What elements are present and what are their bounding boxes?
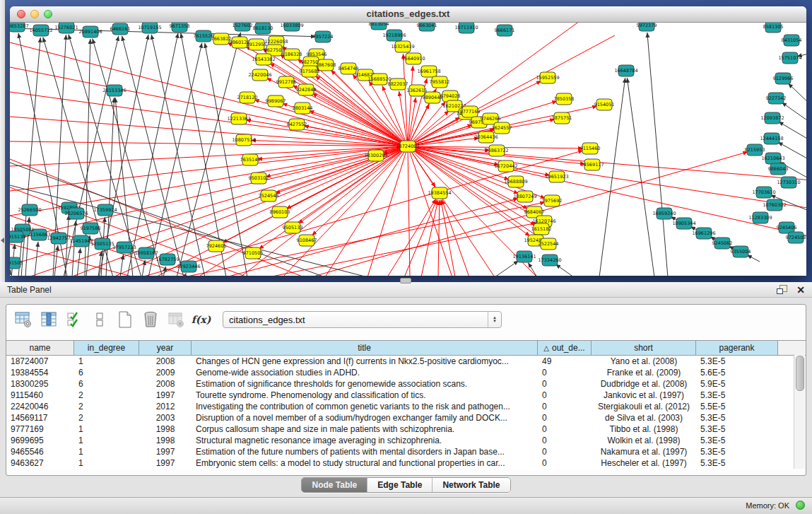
graph-node[interactable]: 9710505 <box>243 247 264 259</box>
graph-node[interactable]: 8813054 <box>369 23 389 30</box>
table-row[interactable]: 1456911722003Disruption of a novel membe… <box>6 412 806 424</box>
graph-node[interactable]: 14569117 <box>580 159 604 170</box>
table-row[interactable]: 2242004622012Investigating the contribut… <box>6 401 806 412</box>
graph-node[interactable]: 9663041 <box>417 23 437 31</box>
collapse-arrow-icon[interactable] <box>1 238 4 243</box>
graph-node[interactable]: 9115460 <box>580 143 601 154</box>
graph-node[interactable]: 17703610 <box>752 187 775 198</box>
graph-node[interactable]: 9197588 <box>81 223 101 234</box>
graph-node[interactable]: 11283309 <box>748 212 772 223</box>
network-window-titlebar[interactable]: citations_edges.txt <box>10 6 806 23</box>
graph-node[interactable]: 9129966 <box>773 73 794 84</box>
graph-node[interactable]: 10688809 <box>504 176 527 187</box>
graph-node[interactable]: 9503102 <box>249 173 269 184</box>
graph-node[interactable]: 18807249 <box>513 191 536 202</box>
table-mode-icon[interactable] <box>13 310 33 329</box>
table-row[interactable]: 1872400712008Changes of HCN gene express… <box>6 356 806 367</box>
graph-node[interactable]: 7615526 <box>194 30 214 42</box>
graph-node[interactable]: 5972379 <box>637 23 657 31</box>
graph-node[interactable]: 16648784 <box>614 65 637 76</box>
float-panel-icon[interactable] <box>777 285 788 295</box>
graph-node[interactable]: 3915139 <box>10 231 25 243</box>
graph-node[interactable]: 12093872 <box>760 112 784 124</box>
graph-node[interactable]: 15751074 <box>778 52 801 64</box>
graph-node[interactable]: 10711910 <box>454 23 478 33</box>
new-column-icon[interactable] <box>115 310 134 329</box>
tab-edge-table[interactable]: Edge Table <box>367 478 433 492</box>
graph-node[interactable]: 16210643 <box>761 153 784 164</box>
graph-node[interactable]: 17334260 <box>538 255 561 266</box>
graph-node[interactable]: 2803144 <box>293 103 313 114</box>
graph-node[interactable]: 12730310 <box>777 177 800 188</box>
minimize-window-icon[interactable] <box>30 10 39 18</box>
graph-node[interactable]: 7955812 <box>430 76 450 88</box>
graph-node[interactable]: 2718120 <box>237 92 258 103</box>
graph-node[interactable]: 1527602 <box>233 23 253 31</box>
graph-node[interactable]: 8581305 <box>763 23 784 33</box>
graph-node[interactable]: 2522544 <box>539 238 559 250</box>
function-builder-icon[interactable]: f(x) <box>192 310 211 329</box>
graph-node[interactable]: 9666171 <box>495 25 515 36</box>
graph-node[interactable]: 3624557 <box>492 122 512 134</box>
graph-node[interactable]: 9777169 <box>460 106 481 117</box>
table-row[interactable]: 946362711997Embryonic stem cells: a mode… <box>6 457 806 469</box>
graph-node[interactable]: 9242848 <box>296 84 317 95</box>
graph-node[interactable]: 9866043 <box>768 163 789 175</box>
column-header-pagerank[interactable]: pagerank <box>696 341 778 355</box>
column-header-out_de[interactable]: △out_de... <box>538 341 592 355</box>
zoom-window-icon[interactable] <box>44 10 52 18</box>
graph-node[interactable]: 8618130 <box>253 23 273 34</box>
table-row[interactable]: 969969511998Structural magnetic resonanc… <box>6 435 806 446</box>
graph-node[interactable]: 9912786 <box>276 76 297 88</box>
graph-node[interactable]: 9108467 <box>297 235 317 246</box>
graph-node[interactable]: 9355004 <box>731 246 751 257</box>
tab-network-table[interactable]: Network Table <box>433 478 510 492</box>
graph-node[interactable]: 6466161 <box>110 23 131 35</box>
graph-node[interactable]: 15276021 <box>54 23 78 33</box>
graph-node[interactable]: 7850358 <box>554 93 575 105</box>
graph-node[interactable]: 9245062 <box>712 238 733 249</box>
graph-node[interactable]: 9671358 <box>170 23 190 32</box>
graph-node[interactable]: 9505133 <box>283 222 303 233</box>
graph-node[interactable]: 7857224 <box>313 31 334 42</box>
table-row[interactable]: 977716911998Corpus callosum shape and si… <box>6 424 806 435</box>
scrollbar-thumb[interactable] <box>796 356 804 391</box>
delete-table-icon[interactable] <box>166 310 185 329</box>
graph-node[interactable]: 1615182 <box>531 223 552 235</box>
graph-node[interactable]: 8427552 <box>287 119 307 130</box>
splitter-grip[interactable] <box>400 278 411 284</box>
graph-node[interactable]: 8960103 <box>270 206 290 218</box>
graph-node[interactable]: 12213363 <box>227 113 250 124</box>
table-row[interactable]: 1938455462009Genome-wide association stu… <box>6 367 806 378</box>
row-height-icon[interactable] <box>90 310 109 329</box>
column-header-in_degree[interactable]: in_degree <box>74 341 139 355</box>
close-panel-icon[interactable]: ✕ <box>796 285 805 295</box>
graph-node[interactable]: 16961758 <box>417 66 440 77</box>
graph-node[interactable]: 8215953 <box>745 144 765 156</box>
graph-node[interactable]: 9154051 <box>594 99 615 110</box>
graph-node[interactable]: 19136141 <box>512 251 536 262</box>
graph-node[interactable]: 10325419 <box>391 41 414 52</box>
graph-node[interactable]: 8822037 <box>388 78 408 90</box>
graph-node[interactable]: 19651923 <box>545 171 568 182</box>
column-header-year[interactable]: year <box>139 341 192 355</box>
graph-node[interactable]: 14055712 <box>29 25 52 36</box>
graph-node[interactable]: 20891406 <box>78 26 102 37</box>
show-columns-icon[interactable] <box>39 310 58 329</box>
graph-node[interactable]: 9175685 <box>300 66 320 77</box>
graph-node[interactable]: 8186328 <box>282 49 302 60</box>
close-window-icon[interactable] <box>17 10 25 18</box>
graph-node[interactable]: 16033809 <box>280 23 303 31</box>
graph-node[interactable]: 10653287 <box>10 23 29 32</box>
delete-column-icon[interactable] <box>141 310 160 329</box>
graph-node[interactable]: 1875751 <box>552 112 572 124</box>
select-columns-icon[interactable] <box>64 310 83 329</box>
graph-node[interactable]: 7924605 <box>206 240 227 252</box>
graph-node[interactable]: 7663822 <box>211 33 232 45</box>
memory-status-led[interactable] <box>796 501 805 510</box>
graph-node[interactable]: 7524548 <box>259 190 279 201</box>
graph-node[interactable]: 9989067 <box>266 95 286 107</box>
graph-node[interactable]: 16782759 <box>155 254 179 265</box>
table-vertical-scrollbar[interactable] <box>794 354 805 469</box>
graph-node[interactable]: 9091505 <box>10 257 23 269</box>
